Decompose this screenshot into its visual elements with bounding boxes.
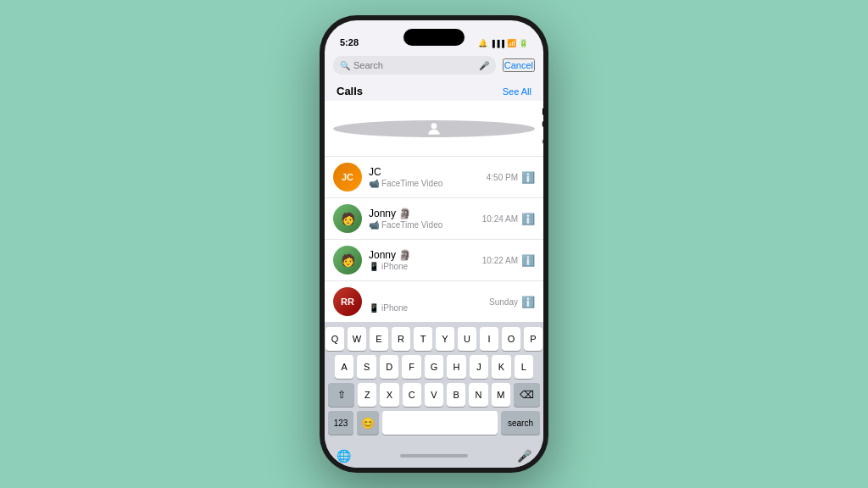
jonny2-right: 10:22 AM ℹ️: [482, 254, 535, 267]
key-u[interactable]: U: [458, 327, 476, 351]
signal-icon: ▐▐▐: [490, 40, 504, 47]
jc-subtitle: 📹 FaceTime Video: [369, 179, 480, 188]
key-q[interactable]: Q: [326, 327, 344, 351]
dynamic-island: [403, 29, 465, 46]
key-n[interactable]: N: [469, 383, 487, 407]
battery-icon: 🔋: [519, 39, 528, 47]
rr-info: RR 📱 iPhone: [369, 291, 482, 313]
key-d[interactable]: D: [380, 355, 398, 379]
status-time: 5:28: [340, 37, 359, 47]
jonny1-time: 10:24 AM: [482, 214, 518, 224]
facetime-icon-0: 📹: [542, 136, 543, 146]
mic-keyboard-icon[interactable]: 🎤: [517, 449, 531, 463]
jonny1-info: Jonny 🗿 📹 FaceTime Video: [369, 208, 476, 230]
phone-icon-4: 📱: [369, 303, 379, 313]
jonny2-info-btn[interactable]: ℹ️: [521, 254, 535, 267]
scroll-area: Calls See All Unknown Caller 📹 FaceTime …: [325, 80, 543, 322]
mic-search-icon[interactable]: 🎤: [479, 61, 489, 70]
delete-key[interactable]: ⌫: [514, 383, 540, 407]
unknown-caller-avatar: [333, 120, 535, 137]
search-input-wrapper[interactable]: 🔍 🎤: [333, 56, 496, 75]
key-o[interactable]: O: [502, 327, 520, 351]
key-j[interactable]: J: [470, 355, 488, 379]
key-a[interactable]: A: [335, 355, 353, 379]
key-s[interactable]: S: [357, 355, 376, 379]
call-item-jc[interactable]: JC JC 📹 FaceTime Video 4:50 PM ℹ️: [325, 157, 543, 198]
key-h[interactable]: H: [447, 355, 465, 379]
call-item-jonny-1[interactable]: 🧑 Jonny 🗿 📹 FaceTime Video 10:24 AM ℹ️: [325, 198, 543, 240]
jonny1-name: Jonny 🗿: [369, 208, 476, 219]
key-p[interactable]: P: [524, 327, 542, 351]
keyboard-row-3: ⇧ Z X C V B N M ⌫: [328, 383, 540, 407]
call-item-jonny-2[interactable]: 🧑 Jonny 🗿 📱 iPhone 10:22 AM ℹ️: [325, 240, 543, 281]
key-t[interactable]: T: [414, 327, 432, 351]
key-k[interactable]: K: [492, 355, 510, 379]
jonny2-info: Jonny 🗿 📱 iPhone: [369, 249, 476, 271]
search-icon: 🔍: [340, 61, 350, 70]
facetime-icon-1: 📹: [369, 179, 379, 188]
cancel-button[interactable]: Cancel: [503, 58, 535, 72]
numbers-key[interactable]: 123: [328, 411, 353, 435]
jonny2-subtitle: 📱 iPhone: [369, 262, 476, 271]
search-bar: 🔍 🎤 Cancel: [325, 51, 543, 80]
phone-screen: 5:28 🔔 ▐▐▐ 📶 🔋 🔍 🎤 Cancel Calls See All: [325, 20, 543, 468]
jonny2-name: Jonny 🗿: [369, 249, 476, 261]
bell-icon: 🔔: [478, 39, 487, 47]
jc-info-btn[interactable]: ℹ️: [521, 171, 535, 184]
svg-point-0: [431, 123, 437, 129]
jc-time: 4:50 PM: [487, 173, 518, 182]
key-l[interactable]: L: [515, 355, 533, 379]
key-b[interactable]: B: [447, 383, 465, 407]
key-g[interactable]: G: [425, 355, 443, 379]
search-key[interactable]: search: [501, 411, 540, 435]
wifi-icon: 📶: [507, 39, 516, 47]
calls-section-title: Calls: [337, 85, 363, 97]
jonny1-right: 10:24 AM ℹ️: [482, 213, 535, 225]
call-item-rr[interactable]: RR RR 📱 iPhone Sunday ℹ️: [325, 281, 543, 322]
jc-avatar: JC: [333, 163, 362, 191]
rr-avatar: RR: [333, 287, 362, 316]
call-item-unknown[interactable]: Unknown Caller 📹 FaceTime Video 5:22 PM …: [325, 101, 543, 157]
phone-frame: 5:28 🔔 ▐▐▐ 📶 🔋 🔍 🎤 Cancel Calls See All: [320, 15, 548, 473]
status-icons: 🔔 ▐▐▐ 📶 🔋: [478, 39, 528, 47]
calls-see-all[interactable]: See All: [503, 86, 531, 97]
home-area: 🌐 🎤: [325, 444, 543, 468]
key-f[interactable]: F: [402, 355, 420, 379]
key-r[interactable]: R: [392, 327, 410, 351]
key-y[interactable]: Y: [436, 327, 454, 351]
jonny2-avatar: 🧑: [333, 246, 362, 274]
rr-info-btn[interactable]: ℹ️: [521, 296, 535, 308]
jonny2-time: 10:22 AM: [482, 256, 518, 265]
key-w[interactable]: W: [348, 327, 366, 351]
space-key[interactable]: [382, 411, 498, 435]
key-c[interactable]: C: [403, 383, 421, 407]
calls-section-header: Calls See All: [325, 80, 543, 101]
key-x[interactable]: X: [380, 383, 398, 407]
rr-initials: RR: [341, 297, 354, 307]
jc-right: 4:50 PM ℹ️: [487, 171, 535, 184]
keyboard-bottom-row: 123 😊 search: [328, 411, 540, 435]
facetime-icon-2: 📹: [369, 220, 379, 230]
key-i[interactable]: I: [480, 327, 498, 351]
jonny1-subtitle: 📹 FaceTime Video: [369, 220, 476, 230]
rr-time: Sunday: [489, 297, 518, 307]
rr-right: Sunday ℹ️: [489, 296, 535, 308]
key-m[interactable]: M: [492, 383, 510, 407]
key-z[interactable]: Z: [358, 383, 376, 407]
key-v[interactable]: V: [425, 383, 443, 407]
emoji-key[interactable]: 😊: [357, 411, 379, 435]
globe-icon[interactable]: 🌐: [337, 449, 351, 463]
key-e[interactable]: E: [370, 327, 388, 351]
jonny1-avatar: 🧑: [333, 204, 362, 233]
keyboard-row-2: A S D F G H J K L: [328, 355, 540, 379]
home-bar: [400, 454, 468, 458]
jc-name: JC: [369, 166, 480, 178]
keyboard-row-1: Q W E R T Y U I O P: [328, 327, 540, 351]
jonny1-info-btn[interactable]: ℹ️: [521, 213, 535, 225]
rr-subtitle: 📱 iPhone: [369, 303, 482, 313]
phone-icon-3: 📱: [369, 262, 379, 271]
search-input[interactable]: [353, 60, 476, 70]
keyboard-area: Q W E R T Y U I O P A S D F G H J K: [325, 322, 543, 444]
jc-info: JC 📹 FaceTime Video: [369, 166, 480, 188]
shift-key[interactable]: ⇧: [328, 383, 354, 407]
